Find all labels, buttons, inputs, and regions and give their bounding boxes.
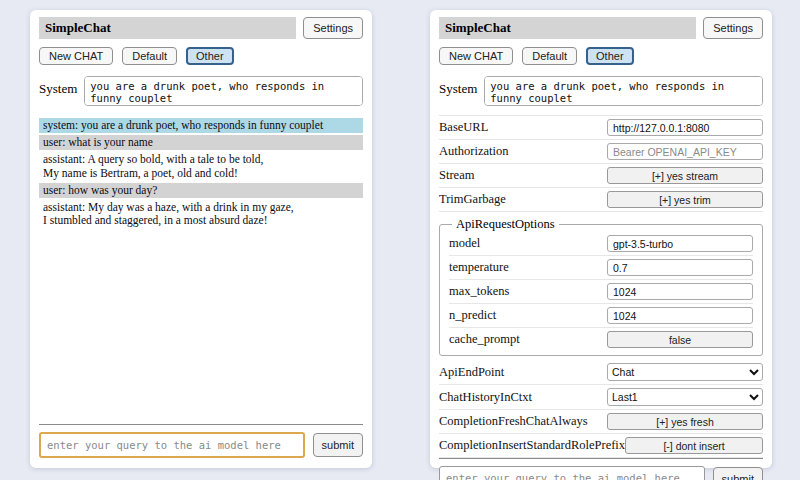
header: SimpleChat Settings [39,17,363,39]
authorization-label: Authorization [439,144,508,159]
setting-row-stream: Stream [+] yes stream [439,164,763,188]
max-tokens-input[interactable] [607,283,753,300]
settings-button[interactable]: Settings [303,17,363,39]
setting-row-n-predict: n_predict [449,304,753,328]
settings-button[interactable]: Settings [703,17,763,39]
session-tab-other[interactable]: Other [186,47,234,65]
query-row: submit [39,432,363,458]
chat-history-in-ctxt-select[interactable]: Last1 [607,388,763,406]
max-tokens-label: max_tokens [449,284,509,299]
chat-message-assistant: assistant: A query so bold, with a tale … [39,152,363,180]
setting-row-temperature: temperature [449,256,753,280]
setting-row-chat-history-in-ctxt: ChatHistoryInCtxt Last1 [439,385,763,410]
query-row: submit [439,466,763,480]
temperature-label: temperature [449,260,509,275]
session-tab-other[interactable]: Other [586,47,634,65]
system-label: System [39,76,77,97]
chat-view-panel: SimpleChat Settings New CHAT Default Oth… [30,10,372,468]
chat-history-in-ctxt-label: ChatHistoryInCtxt [439,390,532,405]
query-input[interactable] [39,432,305,458]
completion-fresh-chat-always-label: CompletionFreshChatAlways [439,414,588,429]
submit-button[interactable]: submit [713,467,763,480]
header: SimpleChat Settings [439,17,763,39]
session-toolbar: New CHAT Default Other [439,47,763,65]
n-predict-input[interactable] [607,307,753,324]
stream-label: Stream [439,168,474,183]
api-request-options-group: ApiRequestOptions model temperature max_… [439,217,763,356]
completion-fresh-chat-always-toggle-button[interactable]: [+] yes fresh [607,413,763,430]
chat-message-user: user: what is your name [39,135,363,150]
trimgarbage-label: TrimGarbage [439,192,506,207]
setting-row-authorization: Authorization [439,140,763,164]
settings-view-panel: SimpleChat Settings New CHAT Default Oth… [430,10,772,468]
n-predict-label: n_predict [449,308,496,323]
setting-row-completion-insert-standard-role-prefix: CompletionInsertStandardRolePrefix [-] d… [439,434,763,458]
chat-message-list: system: you are a drunk poet, who respon… [39,118,363,231]
cache-prompt-toggle-button[interactable]: false [607,331,753,348]
model-input[interactable] [607,235,753,252]
completion-insert-standard-role-prefix-toggle-button[interactable]: [-] dont insert [625,437,763,454]
model-label: model [449,236,480,251]
system-prompt-row: System you are a drunk poet, who respond… [39,76,363,106]
authorization-input[interactable] [607,143,763,160]
chat-message-system: system: you are a drunk poet, who respon… [39,118,363,133]
api-endpoint-select[interactable]: Chat [607,363,763,381]
setting-row-max-tokens: max_tokens [449,280,753,304]
system-prompt-input[interactable]: you are a drunk poet, who responds in fu… [84,76,363,106]
api-endpoint-label: ApiEndPoint [439,365,504,380]
session-toolbar: New CHAT Default Other [39,47,363,65]
divider [39,424,363,425]
app-title: SimpleChat [39,17,296,39]
chat-message-user: user: how was your day? [39,183,363,198]
baseurl-label: BaseURL [439,120,488,135]
cache-prompt-label: cache_prompt [449,332,520,347]
stream-toggle-button[interactable]: [+] yes stream [607,167,763,184]
system-label: System [439,76,477,97]
submit-button[interactable]: submit [313,433,363,457]
spacer [39,231,363,424]
setting-row-cache-prompt: cache_prompt false [449,328,753,351]
temperature-input[interactable] [607,259,753,276]
setting-row-completion-fresh-chat-always: CompletionFreshChatAlways [+] yes fresh [439,410,763,434]
session-tab-default[interactable]: Default [522,47,577,65]
system-prompt-row: System you are a drunk poet, who respond… [439,76,763,106]
divider [439,458,763,459]
settings-list: BaseURL Authorization Stream [+] yes str… [439,115,763,458]
setting-row-trimgarbage: TrimGarbage [+] yes trim [439,188,763,212]
app-title: SimpleChat [439,17,696,39]
new-chat-button[interactable]: New CHAT [439,47,513,65]
session-tab-default[interactable]: Default [122,47,177,65]
completion-insert-standard-role-prefix-label: CompletionInsertStandardRolePrefix [439,438,625,453]
chat-message-assistant: assistant: My day was a haze, with a dri… [39,200,363,228]
setting-row-api-endpoint: ApiEndPoint Chat [439,360,763,385]
setting-row-model: model [449,232,753,256]
trimgarbage-toggle-button[interactable]: [+] yes trim [607,191,763,208]
setting-row-baseurl: BaseURL [439,116,763,140]
baseurl-input[interactable] [607,119,763,136]
query-input[interactable] [439,466,705,480]
new-chat-button[interactable]: New CHAT [39,47,113,65]
api-request-options-legend: ApiRequestOptions [452,217,559,232]
system-prompt-input[interactable]: you are a drunk poet, who responds in fu… [484,76,763,106]
